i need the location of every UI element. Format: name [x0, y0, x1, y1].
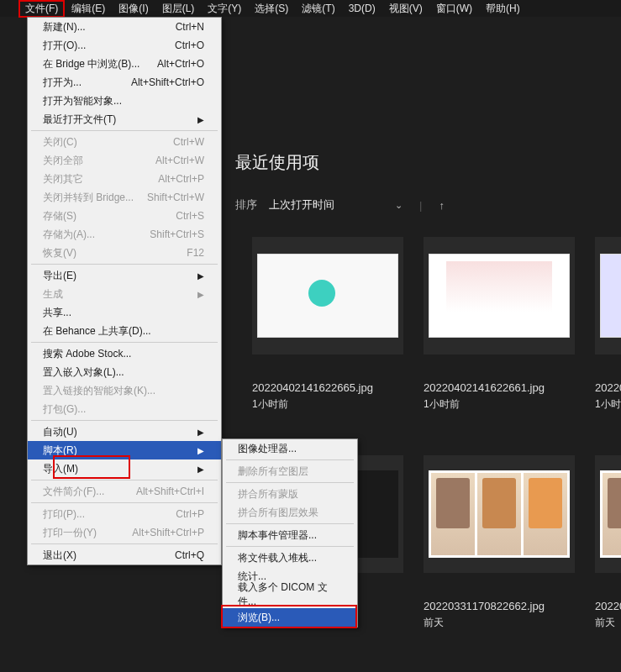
submenu-arrow-icon: ▶: [197, 465, 204, 474]
file-menu-dropdown: 新建(N)...Ctrl+N打开(O)...Ctrl+O在 Bridge 中浏览…: [27, 17, 222, 565]
sort-dropdown[interactable]: 上次打开时间: [269, 197, 334, 213]
menu-item[interactable]: 最近打开文件(T)▶: [28, 110, 221, 129]
menu-item: 关闭全部Alt+Ctrl+W: [28, 151, 221, 170]
menu-item-label: 关闭(C): [43, 135, 77, 150]
menu-item[interactable]: 共享...: [28, 303, 221, 322]
sort-label: 排序: [235, 197, 257, 213]
menu-item[interactable]: 打开为...Alt+Shift+Ctrl+O: [28, 73, 221, 92]
menu-item-label: 打开为智能对象...: [43, 94, 122, 108]
recent-item[interactable]: 20220402141622665.jpg 1小时前: [252, 237, 403, 412]
menu-item-label: 导入(M): [43, 462, 78, 476]
file-name: 20220402141622661.jpg: [424, 381, 575, 394]
file-time: 1小时前: [252, 397, 403, 412]
menu-edit[interactable]: 编辑(E): [65, 0, 112, 18]
menu-shortcut: Shift+Ctrl+W: [147, 192, 204, 203]
menu-item-label: 在 Behance 上共享(D)...: [43, 324, 151, 339]
menu-layer[interactable]: 图层(L): [155, 0, 202, 18]
menu-shortcut: Ctrl+Q: [175, 549, 204, 561]
recent-item[interactable]: 2022033 前天: [595, 455, 621, 630]
menu-item-label: 存储(S): [43, 209, 76, 223]
submenu-arrow-icon: ▶: [197, 446, 204, 455]
menu-item-label: 关闭全部: [43, 154, 83, 168]
menu-item-label: 导出(E): [43, 269, 76, 283]
separator: [31, 130, 218, 131]
separator: [31, 480, 218, 480]
submenu-arrow-icon: ▶: [197, 115, 204, 124]
menu-item-label: 置入链接的智能对象(K)...: [43, 384, 155, 398]
menu-help[interactable]: 帮助(H): [479, 0, 527, 18]
submenu-arrow-icon: ▶: [197, 290, 204, 299]
submenu-item[interactable]: 载入多个 DICOM 文件...: [223, 585, 357, 604]
menu-item[interactable]: 导入(M)▶: [28, 459, 221, 478]
menu-item[interactable]: 导出(E)▶: [28, 266, 221, 285]
menu-item[interactable]: 退出(X)Ctrl+Q: [28, 546, 221, 564]
menu-shortcut: Alt+Shift+Ctrl+O: [131, 76, 204, 88]
menu-shortcut: Ctrl+P: [176, 508, 204, 520]
menu-item-label: 关闭其它: [43, 172, 83, 186]
menu-window[interactable]: 窗口(W): [429, 0, 479, 18]
menu-item[interactable]: 脚本(R)▶: [28, 441, 221, 459]
menu-image[interactable]: 图像(I): [112, 0, 155, 18]
submenu-item[interactable]: 脚本事件管理器...: [223, 526, 357, 544]
menu-item-label: 退出(X): [43, 549, 76, 563]
menu-item-label: 生成: [43, 287, 63, 302]
menu-shortcut: Alt+Ctrl+W: [155, 155, 204, 166]
separator: [226, 459, 354, 460]
menu-item-label: 恢复(V): [43, 246, 76, 260]
divider: |: [419, 199, 422, 212]
menu-shortcut: F12: [187, 247, 204, 259]
menubar: 文件(F) 编辑(E) 图像(I) 图层(L) 文字(Y) 选择(S) 滤镜(T…: [0, 0, 621, 17]
chevron-down-icon[interactable]: ⌄: [395, 200, 403, 211]
menu-file[interactable]: 文件(F): [18, 0, 65, 18]
sort-row: 排序 上次打开时间 ⌄ | ↑: [235, 197, 621, 213]
menu-item-label: 打印(P)...: [43, 507, 85, 522]
menu-item: 关闭并转到 Bridge...Shift+Ctrl+W: [28, 188, 221, 207]
menu-item-label: 关闭并转到 Bridge...: [43, 191, 134, 205]
thumbnail: [252, 237, 403, 354]
menu-3d[interactable]: 3D(D): [342, 1, 382, 16]
menu-item[interactable]: 在 Bridge 中浏览(B)...Alt+Ctrl+O: [28, 55, 221, 73]
menu-item[interactable]: 搜索 Adobe Stock...: [28, 344, 221, 363]
menu-item[interactable]: 新建(N)...Ctrl+N: [28, 18, 221, 36]
menu-shortcut: Ctrl+O: [175, 39, 204, 51]
separator: [226, 546, 354, 547]
submenu-item[interactable]: 将文件载入堆栈...: [223, 549, 357, 567]
submenu-arrow-icon: ▶: [197, 271, 204, 281]
submenu-item[interactable]: 图像处理器...: [223, 439, 357, 458]
recent-item[interactable]: 20220331170822662.jpg 前天: [424, 455, 575, 630]
menu-select[interactable]: 选择(S): [248, 0, 295, 18]
menu-filter[interactable]: 滤镜(T): [295, 0, 341, 18]
separator: [31, 264, 218, 265]
file-time: 1小时前: [424, 397, 575, 412]
submenu-arrow-icon: ▶: [197, 428, 204, 437]
file-name: 20220331170822662.jpg: [424, 600, 575, 612]
sort-direction-icon[interactable]: ↑: [439, 199, 445, 212]
menu-item[interactable]: 打开为智能对象...: [28, 92, 221, 110]
menu-view[interactable]: 视图(V): [382, 0, 429, 18]
menu-item: 存储为(A)...Shift+Ctrl+S: [28, 225, 221, 244]
menu-item: 关闭其它Alt+Ctrl+P: [28, 170, 221, 188]
menu-type[interactable]: 文字(Y): [201, 0, 248, 18]
recent-item[interactable]: 20220402141622661.jpg 1小时前: [424, 237, 575, 412]
menu-item[interactable]: 自动(U)▶: [28, 423, 221, 441]
submenu-item[interactable]: 浏览(B)...: [223, 608, 357, 627]
submenu-item-label: 拼合所有图层效果: [238, 506, 318, 520]
menu-item[interactable]: 打开(O)...Ctrl+O: [28, 36, 221, 55]
menu-item: 打印(P)...Ctrl+P: [28, 505, 221, 523]
content-area: 最近使用项 排序 上次打开时间 ⌄ | ↑: [235, 151, 621, 213]
menu-item-label: 新建(N)...: [43, 20, 86, 34]
menu-shortcut: Ctrl+W: [173, 136, 204, 148]
menu-item: 关闭(C)Ctrl+W: [28, 133, 221, 151]
menu-item-label: 最近打开文件(T): [43, 113, 116, 127]
menu-item[interactable]: 在 Behance 上共享(D)...: [28, 322, 221, 340]
menu-shortcut: Alt+Shift+Ctrl+P: [132, 527, 204, 538]
separator: [226, 523, 354, 524]
file-name: 20220402141622665.jpg: [252, 381, 403, 394]
submenu-item: 拼合所有蒙版: [223, 485, 357, 503]
submenu-item-label: 脚本事件管理器...: [238, 528, 317, 543]
recent-item[interactable]: 2022040 1小时前: [595, 237, 621, 412]
menu-item-label: 置入嵌入对象(L)...: [43, 365, 124, 380]
menu-item: 文件简介(F)...Alt+Shift+Ctrl+I: [28, 482, 221, 501]
recent-grid: 20220402141622665.jpg 1小时前 2022040214162…: [252, 237, 621, 412]
menu-item[interactable]: 置入嵌入对象(L)...: [28, 363, 221, 381]
